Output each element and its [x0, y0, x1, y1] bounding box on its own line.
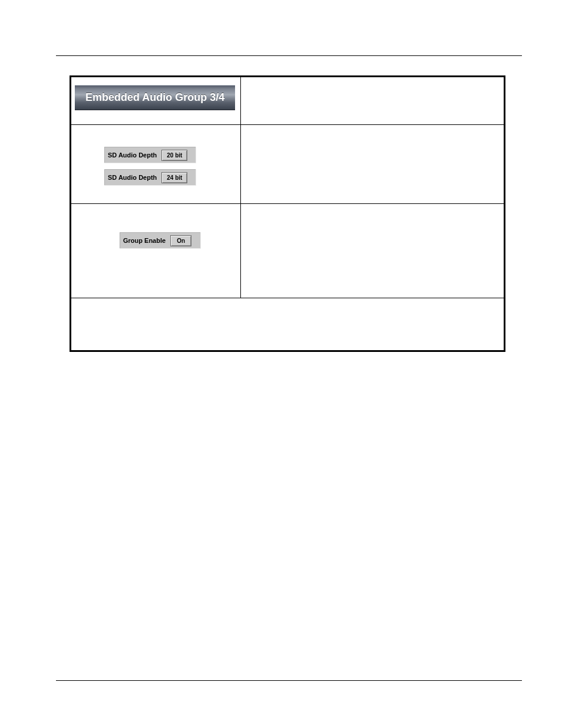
table-cell-right	[241, 77, 504, 125]
table-cell-left: SD Audio Depth 20 bit SD Audio Depth 24 …	[71, 125, 241, 204]
table-cell-left: Group Enable On	[71, 204, 241, 298]
control-label: Group Enable	[120, 237, 170, 244]
table-cell-right	[241, 125, 504, 204]
table-row: Embedded Audio Group 3/4	[71, 77, 504, 125]
sd-audio-depth-control-24: SD Audio Depth 24 bit	[104, 169, 196, 186]
table-cell-right	[241, 204, 504, 298]
footer-rule	[56, 680, 522, 681]
table-cell-left: Embedded Audio Group 3/4	[71, 77, 241, 125]
group-enable-control: Group Enable On	[120, 232, 201, 249]
table-row	[71, 298, 504, 350]
table-row: Group Enable On	[71, 204, 504, 298]
table-cell-full	[71, 298, 504, 350]
sd-audio-depth-control-20: SD Audio Depth 20 bit	[104, 147, 196, 163]
control-label: SD Audio Depth	[104, 174, 161, 181]
banner-title: Embedded Audio Group 3/4	[85, 91, 224, 104]
section-banner: Embedded Audio Group 3/4	[75, 85, 235, 110]
sd-audio-depth-24-button[interactable]: 24 bit	[161, 172, 187, 183]
control-label: SD Audio Depth	[104, 151, 161, 159]
header-rule	[56, 55, 522, 56]
sd-audio-depth-20-button[interactable]: 20 bit	[161, 150, 187, 161]
document-page: Embedded Audio Group 3/4 SD Audio Depth …	[0, 0, 562, 728]
table-row: SD Audio Depth 20 bit SD Audio Depth 24 …	[71, 125, 504, 204]
settings-table: Embedded Audio Group 3/4 SD Audio Depth …	[70, 75, 505, 352]
group-enable-button[interactable]: On	[170, 235, 191, 246]
